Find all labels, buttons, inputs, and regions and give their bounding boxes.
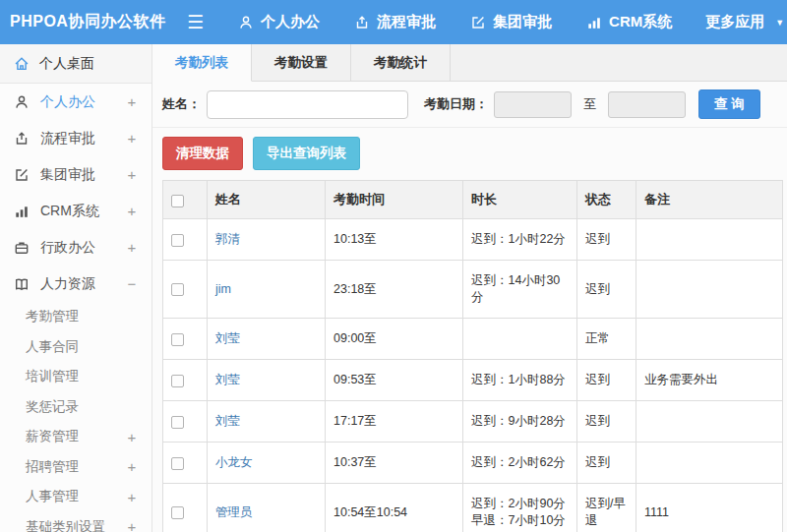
sidebar-subitem-6[interactable]: 人事管理+ (0, 482, 151, 512)
sidebar-subitem-label: 考勤管理 (26, 308, 138, 325)
employee-name-link[interactable]: 小龙女 (215, 455, 253, 469)
employee-name-link[interactable]: 郭清 (215, 232, 240, 246)
sidebar-item-3[interactable]: CRM系统+ (0, 193, 151, 229)
sidebar-item-4[interactable]: 行政办公+ (0, 229, 151, 266)
sidebar-subitem-2[interactable]: 培训管理 (0, 362, 151, 392)
employee-name-link[interactable]: 刘莹 (215, 331, 240, 345)
chart-icon (13, 203, 30, 219)
topbar-item-label: 更多应用 (705, 13, 764, 31)
expand-icon[interactable]: + (126, 203, 138, 219)
tab-0[interactable]: 考勤列表 (152, 44, 252, 82)
table-row: 刘莹09:00至正常 (163, 319, 783, 360)
sidebar-item-1[interactable]: 流程审批+ (0, 120, 151, 156)
select-all-checkbox[interactable] (171, 195, 184, 207)
attendance-table: 姓名考勤时间时长状态备注 郭清10:13至迟到：1小时22分迟到jim23:18… (162, 180, 783, 532)
expand-icon[interactable]: + (126, 489, 138, 505)
expand-icon[interactable]: + (126, 93, 138, 110)
sidebar-subitem-label: 奖惩记录 (26, 398, 138, 416)
expand-icon[interactable]: + (126, 239, 138, 256)
sidebar-subitems: 考勤管理人事合同培训管理奖惩记录薪资管理+招聘管理+人事管理+基础类别设置+ (0, 302, 151, 532)
note (636, 319, 783, 360)
topbar-item-4[interactable]: 更多应用▼ (705, 13, 784, 31)
status: 迟到/早退 (577, 484, 636, 532)
tab-2[interactable]: 考勤统计 (351, 44, 451, 81)
topbar: PHPOA协同办公软件 ☰ 个人办公流程审批集团审批CRM系统更多应用▼ (0, 0, 787, 44)
attendance-time: 23:18至 (326, 261, 463, 319)
content-area: 考勤列表考勤设置考勤统计 姓名： 考勤日期： 至 查 询 清理数据 导出查询列表 (152, 44, 787, 532)
row-checkbox[interactable] (171, 283, 184, 296)
column-header: 状态 (577, 181, 636, 219)
sidebar-subitem-0[interactable]: 考勤管理 (0, 302, 151, 332)
row-checkbox[interactable] (171, 333, 184, 346)
sidebar-subitem-label: 人事合同 (26, 338, 138, 356)
main-layout: 个人桌面 个人办公+流程审批+集团审批+CRM系统+行政办公+人力资源− 考勤管… (0, 44, 787, 532)
expand-icon[interactable]: + (126, 130, 138, 147)
topbar-item-3[interactable]: CRM系统 (585, 13, 672, 31)
chart-icon (585, 14, 602, 30)
column-header: 考勤时间 (326, 181, 463, 219)
topbar-item-1[interactable]: 流程审批 (353, 13, 436, 31)
employee-name-link[interactable]: 管理员 (215, 505, 253, 519)
expand-icon[interactable]: + (126, 518, 138, 532)
query-button[interactable]: 查 询 (698, 89, 760, 119)
action-buttons: 清理数据 导出查询列表 (152, 128, 787, 179)
note: 1111 (636, 484, 783, 532)
topbar-item-0[interactable]: 个人办公 (237, 13, 320, 31)
table-row: 刘莹17:17至迟到：9小时28分迟到 (163, 401, 783, 443)
edit-icon (13, 166, 30, 183)
attendance-time: 09:00至 (326, 319, 463, 360)
note (636, 443, 783, 484)
row-checkbox[interactable] (171, 506, 184, 519)
sidebar-subitem-4[interactable]: 薪资管理+ (0, 422, 151, 452)
duration: 迟到：14小时30分 (463, 261, 577, 319)
row-checkbox[interactable] (171, 457, 184, 470)
date-to-input[interactable] (608, 91, 686, 118)
sidebar: 个人桌面 个人办公+流程审批+集团审批+CRM系统+行政办公+人力资源− 考勤管… (0, 44, 152, 532)
topbar-item-label: 个人办公 (261, 13, 320, 31)
sidebar-item-label: 个人桌面 (39, 55, 94, 73)
caret-down-icon: ▼ (775, 18, 784, 28)
row-checkbox[interactable] (171, 416, 184, 429)
duration: 迟到：1小时88分 (463, 360, 577, 401)
sidebar-item-5[interactable]: 人力资源− (0, 266, 151, 302)
row-checkbox[interactable] (171, 234, 184, 247)
expand-icon[interactable]: + (126, 458, 138, 475)
sidebar-item-desktop[interactable]: 个人桌面 (0, 44, 151, 84)
note: 业务需要外出 (636, 360, 783, 401)
collapse-icon[interactable]: − (126, 275, 138, 292)
to-label: 至 (583, 95, 596, 113)
name-input[interactable] (207, 90, 408, 119)
sidebar-subitem-label: 薪资管理 (26, 428, 126, 445)
hamburger-icon[interactable]: ☰ (187, 13, 204, 31)
employee-name-link[interactable]: jim (215, 282, 231, 296)
expand-icon[interactable]: + (126, 166, 138, 183)
date-from-input[interactable] (494, 91, 572, 118)
attendance-time: 10:37至 (326, 443, 463, 484)
table-row: 管理员10:54至10:54迟到：2小时90分 早退：7小时10分迟到/早退11… (163, 484, 783, 532)
sidebar-subitem-label: 基础类别设置 (26, 518, 126, 532)
attendance-time: 17:17至 (326, 401, 463, 443)
export-list-button[interactable]: 导出查询列表 (253, 137, 360, 170)
topbar-item-label: 集团审批 (493, 13, 552, 31)
sidebar-subitem-1[interactable]: 人事合同 (0, 332, 151, 363)
tab-1[interactable]: 考勤设置 (252, 44, 351, 81)
column-header: 备注 (636, 181, 783, 219)
expand-icon[interactable]: + (126, 429, 138, 445)
sidebar-subitem-5[interactable]: 招聘管理+ (0, 452, 151, 483)
date-label: 考勤日期： (424, 95, 488, 113)
app-logo: PHPOA协同办公软件 (0, 12, 187, 32)
sidebar-item-2[interactable]: 集团审批+ (0, 156, 151, 193)
employee-name-link[interactable]: 刘莹 (215, 414, 240, 428)
sidebar-subitem-7[interactable]: 基础类别设置+ (0, 512, 151, 532)
duration (463, 319, 577, 360)
table-row: 郭清10:13至迟到：1小时22分迟到 (163, 219, 783, 261)
clear-data-button[interactable]: 清理数据 (162, 137, 243, 170)
briefcase-icon (13, 239, 30, 256)
sidebar-item-0[interactable]: 个人办公+ (0, 84, 151, 120)
employee-name-link[interactable]: 刘莹 (215, 373, 240, 386)
row-checkbox[interactable] (171, 375, 184, 387)
topbar-item-2[interactable]: 集团审批 (469, 13, 552, 31)
duration: 迟到：2小时90分 早退：7小时10分 (463, 484, 577, 532)
sidebar-subitem-3[interactable]: 奖惩记录 (0, 392, 151, 423)
status: 迟到 (577, 443, 636, 484)
